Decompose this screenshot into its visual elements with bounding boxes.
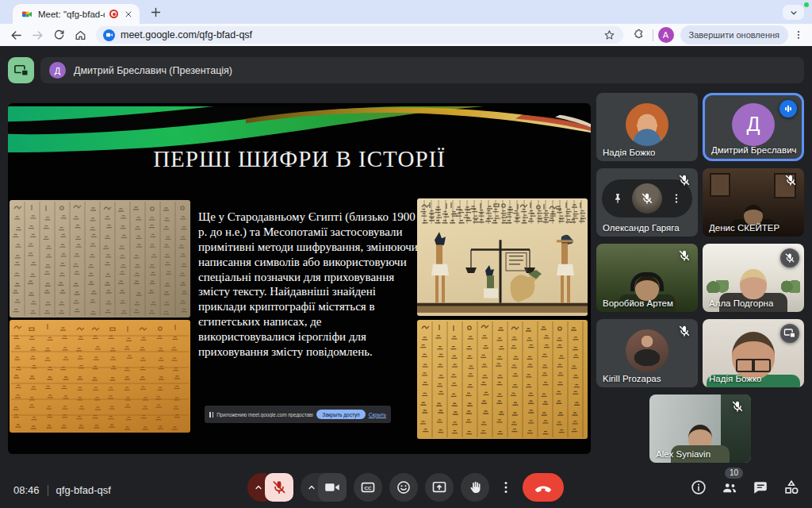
- participant-name: Денис СКЕЙТЕР: [709, 223, 779, 233]
- mic-off-icon: [640, 191, 654, 206]
- media-in-use-dot: [804, 2, 809, 7]
- browser-tabstrip: Meet: "qfg-bfad-qsf": [0, 0, 812, 24]
- participant-name: Дмитрий Бреславич: [711, 145, 797, 155]
- panel-buttons: 10: [689, 478, 801, 497]
- participant-tile[interactable]: Денис СКЕЙТЕР: [703, 168, 804, 237]
- tile-status-icon: [677, 324, 691, 338]
- ammit-beast: [511, 270, 542, 302]
- stop-sharing-button: Закрыть доступ: [316, 410, 365, 419]
- address-bar[interactable]: meet.google.com/qfg-bfad-qsf: [96, 26, 623, 44]
- captions-button[interactable]: CC: [354, 473, 382, 502]
- update-button[interactable]: Завершити оновлення: [680, 25, 788, 44]
- presentation-slide: ПЕРШІ ШИФРИ В ІСТОРІЇ: [8, 103, 591, 454]
- participant-count-badge: 10: [725, 468, 743, 479]
- pause-icon: [209, 412, 213, 418]
- kneeling-figure: [484, 265, 498, 298]
- tile-more-icon[interactable]: [670, 192, 683, 205]
- recording-indicator-icon: [109, 10, 118, 18]
- people-icon: [721, 479, 738, 496]
- participants-grid: Надія Божко Д Дмитрий Бреславич Олександ…: [596, 93, 804, 463]
- share-notice-text: Приложению meet.google.com предоставлен …: [216, 412, 313, 418]
- presenter-avatar: Д: [49, 62, 66, 79]
- muted-avatar: [632, 183, 662, 214]
- presenter-label: Дмитрий Бреславич (Презентація): [74, 65, 232, 76]
- participant-tile[interactable]: Д Дмитрий Бреславич: [703, 93, 804, 161]
- mic-options-button[interactable]: [247, 473, 266, 502]
- mic-control: [247, 473, 293, 502]
- browser-menu-button[interactable]: [791, 28, 806, 43]
- slide-body-text: Ще у Стародавньому Єгипті (близько 1900 …: [198, 210, 420, 360]
- raise-hand-button[interactable]: [461, 473, 489, 502]
- extensions-button[interactable]: [630, 26, 648, 44]
- screenshare-icon: [13, 63, 29, 79]
- home-button[interactable]: [71, 25, 90, 44]
- participant-tile[interactable]: Воробйов Артем: [596, 244, 698, 312]
- tab-title: Meet: "qfg-bfad-qsf": [38, 10, 105, 19]
- participant-name: Kirill Prozapas: [603, 374, 661, 383]
- profile-avatar[interactable]: A: [658, 27, 674, 43]
- chevron-up-icon: [253, 482, 264, 493]
- browser-tab[interactable]: Meet: "qfg-bfad-qsf": [13, 4, 140, 24]
- participant-name: Олександр Гаряга: [603, 223, 680, 233]
- leave-call-button[interactable]: [523, 473, 564, 502]
- tile-status-icon: [780, 248, 799, 267]
- anubis-figure-left: [431, 232, 449, 303]
- reactions-button[interactable]: [389, 473, 418, 502]
- camera-options-button[interactable]: [301, 473, 318, 502]
- svg-text:CC: CC: [364, 485, 372, 491]
- participant-tile[interactable]: Надія Божко: [703, 319, 804, 387]
- participant-avatar: Д: [732, 103, 775, 146]
- participant-avatar: [626, 103, 668, 146]
- toolbar-separator: [653, 29, 653, 41]
- present-button[interactable]: [425, 473, 454, 502]
- participant-name: Надія Божко: [603, 148, 655, 157]
- participant-tile[interactable]: Алла Подгорна: [703, 244, 804, 312]
- new-tab-button[interactable]: [149, 6, 163, 19]
- meeting-status: 08:46 qfg-bfad-qsf: [13, 484, 111, 496]
- people-button[interactable]: 10: [720, 478, 739, 497]
- screen-share-notice: Приложению meet.google.com предоставлен …: [205, 406, 391, 423]
- activities-button[interactable]: [782, 478, 801, 497]
- tile-status-icon: [730, 399, 745, 414]
- participant-name: Воробйов Артем: [603, 298, 673, 308]
- participant-tile[interactable]: Alex Syniavin: [649, 394, 751, 463]
- slide-title: ПЕРШІ ШИФРИ В ІСТОРІЇ: [8, 146, 591, 172]
- chat-button[interactable]: [751, 478, 770, 497]
- presenting-chip: [8, 57, 34, 83]
- forward-button[interactable]: [28, 25, 47, 44]
- browser-toolbar: meet.google.com/qfg-bfad-qsf A Завершити…: [0, 24, 812, 46]
- participant-tile[interactable]: Kirill Prozapas: [596, 319, 698, 387]
- slide-image-papyrus-scene: [417, 198, 588, 316]
- presenter-bar[interactable]: Д Дмитрий Бреславич (Презентація): [40, 57, 804, 83]
- participant-name: Алла Подгорна: [709, 298, 773, 308]
- tab-close-button[interactable]: [123, 9, 134, 20]
- slide-image-golden-papyrus: [417, 320, 588, 439]
- tile-status-icon: [780, 324, 799, 343]
- call-controls: CC: [247, 473, 564, 502]
- participant-name: Надія Божко: [709, 374, 761, 383]
- pin-icon[interactable]: [611, 192, 624, 205]
- chevron-up-icon: [306, 482, 317, 493]
- tile-status-icon: [677, 173, 691, 187]
- more-options-button[interactable]: [496, 473, 515, 502]
- participant-tile[interactable]: Олександр Гаряга: [596, 168, 698, 237]
- info-button[interactable]: [689, 478, 708, 497]
- meet-window: Meet: "qfg-bfad-qsf" meet.google.com/qfg…: [0, 0, 812, 508]
- slide-image-hieroglyphs-orange: [10, 320, 190, 433]
- participant-tile[interactable]: Надія Божко: [596, 93, 698, 161]
- meeting-code: qfg-bfad-qsf: [56, 484, 111, 496]
- clock-time: 08:46: [13, 484, 40, 496]
- slide-image-hieroglyphs-stone: [10, 200, 190, 318]
- url-text: meet.google.com/qfg-bfad-qsf: [121, 29, 252, 40]
- meet-logo-icon: [21, 8, 33, 21]
- camera-toggle-button[interactable]: [318, 473, 347, 502]
- chevron-down-icon: [788, 7, 799, 18]
- hide-notice-link: Скрыть: [369, 412, 386, 418]
- reload-button[interactable]: [49, 25, 68, 44]
- participant-name: Alex Syniavin: [656, 449, 710, 459]
- bookmark-star-button[interactable]: [603, 29, 616, 42]
- window-chevron-button[interactable]: [783, 5, 804, 20]
- tile-status-icon: [677, 248, 691, 263]
- mic-toggle-button[interactable]: [265, 473, 293, 502]
- back-button[interactable]: [6, 25, 25, 44]
